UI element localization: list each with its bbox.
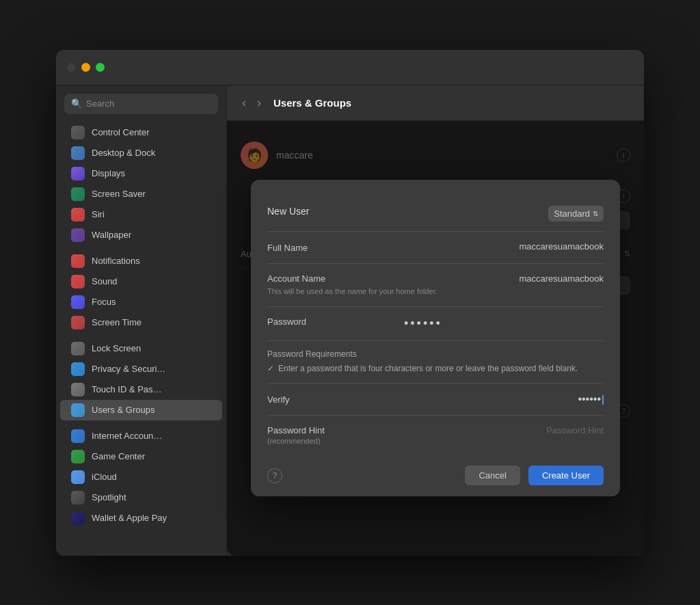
sidebar-item-internet-accounts[interactable]: Internet Accoun… [60,426,222,446]
users-groups-icon [71,403,85,417]
sidebar-item-label: Sound [92,276,118,286]
maximize-button[interactable] [96,63,105,72]
notifications-icon [71,254,85,268]
full-name-label: Full Name [267,243,308,253]
focus-icon [71,295,85,309]
sidebar-item-privacy[interactable]: Privacy & Securi… [60,359,222,379]
sidebar-item-label: Notifications [92,256,140,266]
password-row: Password •••••• [267,307,604,341]
sidebar-item-touchid[interactable]: Touch ID & Pas… [60,379,222,400]
forward-button[interactable]: › [253,94,265,111]
sidebar-item-label: iCloud [92,472,117,482]
cancel-button[interactable]: Cancel [465,466,520,485]
main-panel: ‹ › Users & Groups 🧑 maccare i i Add Use… [227,85,644,556]
sidebar-item-siri[interactable]: Siri [60,204,222,225]
user-type-select[interactable]: Standard ⇅ [548,206,604,221]
password-value[interactable]: •••••• [404,317,442,331]
sidebar-item-label: Desktop & Dock [92,148,155,158]
sidebar-item-label: Privacy & Securi… [92,364,165,374]
nav-buttons: ‹ › [238,94,265,111]
icloud-icon [71,470,85,484]
game-center-icon [71,450,85,463]
sidebar-item-label: Spotlight [92,492,126,502]
sidebar-item-label: Screen Saver [92,189,146,199]
cursor [602,395,604,405]
sidebar-item-label: Game Center [92,451,145,461]
full-name-row: Full Name maccaresuamacbook [267,232,604,264]
sidebar-item-label: Users & Groups [92,405,154,415]
sidebar-item-screen-saver[interactable]: Screen Saver [60,184,222,204]
sidebar-item-icloud[interactable]: iCloud [60,467,222,487]
panel-header: ‹ › Users & Groups [227,85,644,121]
sidebar-item-sound[interactable]: Sound [60,271,222,292]
minimize-button[interactable] [81,63,90,72]
sidebar-item-label: Wallet & Apple Pay [92,513,167,523]
panel-title: Users & Groups [273,97,351,109]
content-area: 🔍 Search Control Center Desktop & Dock D… [56,85,644,556]
password-req-item: ✓ Enter a password that is four characte… [267,363,604,375]
desktop-dock-icon [71,146,85,160]
sidebar-item-label: Lock Screen [92,343,141,353]
full-name-value: maccaresuamacbook [308,241,604,252]
screen-saver-icon [71,187,85,201]
verify-label: Verify [267,394,404,405]
new-user-dialog: New User Standard ⇅ [251,180,620,496]
main-window: 🔍 Search Control Center Desktop & Dock D… [56,50,644,556]
password-label: Password [267,317,404,327]
sidebar-item-label: Wallpaper [92,230,131,240]
close-button[interactable] [67,63,76,72]
sidebar-item-label: Control Center [92,127,150,137]
sidebar-item-users-groups[interactable]: Users & Groups [60,400,222,420]
new-user-row: New User Standard ⇅ [267,196,604,232]
displays-icon [71,167,85,180]
hint-label: Password Hint [267,425,404,435]
sidebar-item-wallet[interactable]: Wallet & Apple Pay [60,508,222,528]
sidebar-item-focus[interactable]: Focus [60,292,222,312]
verify-value[interactable]: •••••• [404,393,604,405]
window-controls [67,63,105,72]
sidebar-item-label: Focus [92,297,116,307]
help-button[interactable]: ? [267,468,282,483]
sidebar-item-label: Siri [92,209,105,219]
lock-screen-icon [71,342,85,355]
touchid-icon [71,383,85,396]
dialog-body: New User Standard ⇅ [251,180,620,455]
account-name-value: maccaresuamacbook [438,273,604,284]
account-name-label: Account Name [267,273,404,284]
sidebar-item-screen-time[interactable]: Screen Time [60,312,222,333]
panel-content: 🧑 maccare i i Add User… Automatic login … [227,121,644,556]
sidebar-item-label: Displays [92,168,125,178]
back-button[interactable]: ‹ [238,94,250,111]
sidebar-item-wallpaper[interactable]: Wallpaper [60,225,222,245]
search-placeholder: Search [86,98,114,109]
password-requirements-section: Password Requirements ✓ Enter a password… [267,341,604,384]
hint-row: Password Hint (recommended) Password Hin… [267,416,604,455]
user-type-value: Standard [554,209,590,219]
check-icon: ✓ [267,363,274,375]
sidebar-item-label: Touch ID & Pas… [92,384,162,394]
privacy-icon [71,362,85,376]
sidebar-item-spotlight[interactable]: Spotlight [60,487,222,508]
sidebar-item-control-center[interactable]: Control Center [60,122,222,143]
modal-overlay: New User Standard ⇅ [227,121,644,556]
dialog-footer: ? Cancel Create User [251,455,620,496]
wallpaper-icon [71,228,85,242]
search-bar[interactable]: 🔍 Search [64,94,218,114]
screen-time-icon [71,316,85,330]
wallet-icon [71,511,85,525]
search-icon: 🔍 [71,98,82,109]
hint-input[interactable]: Password Hint [404,425,604,435]
account-name-row: Account Name This will be used as the na… [267,264,604,307]
create-user-button[interactable]: Create User [528,466,604,485]
sidebar-item-displays[interactable]: Displays [60,163,222,184]
account-name-sublabel: This will be used as the name for your h… [267,286,438,297]
sidebar-item-notifications[interactable]: Notifications [60,251,222,271]
password-req-text: Enter a password that is four characters… [278,363,578,375]
internet-accounts-icon [71,429,85,443]
verify-row: Verify •••••• [267,384,604,416]
sidebar-item-label: Screen Time [92,317,142,327]
sidebar-item-lock-screen[interactable]: Lock Screen [60,338,222,359]
sidebar-item-label: Internet Accoun… [92,431,162,441]
sidebar-item-game-center[interactable]: Game Center [60,446,222,467]
sidebar-item-desktop-dock[interactable]: Desktop & Dock [60,143,222,163]
